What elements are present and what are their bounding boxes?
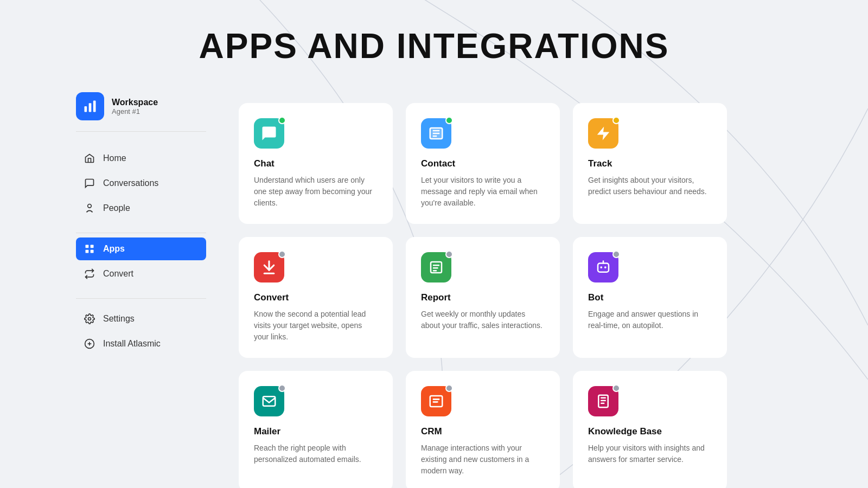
convert-icon [84,268,95,280]
track-icon-wrap [588,118,618,149]
svg-point-20 [604,266,607,268]
sidebar-label-people: People [103,203,130,213]
svg-rect-22 [263,396,276,406]
kb-status-dot [612,384,620,392]
svg-point-21 [603,261,604,262]
app-card-bot[interactable]: Bot Engage and answer questions in real-… [573,237,727,358]
contact-app-name: Contact [421,158,545,169]
sidebar-item-settings[interactable]: Settings [76,307,206,330]
crm-status-dot [445,384,453,392]
bot-icon-wrap [588,252,618,282]
chat-app-name: Chat [254,158,378,169]
kb-app-name: Knowledge Base [588,426,712,437]
track-app-desc: Get insights about your visitors, predic… [588,175,712,197]
app-card-chat[interactable]: Chat Understand which users are only one… [239,103,393,224]
mailer-app-name: Mailer [254,426,378,437]
svg-point-3 [88,204,92,208]
contact-status-dot [445,117,453,124]
apps-grid: Chat Understand which users are only one… [239,103,727,488]
sidebar-item-conversations[interactable]: Conversations [76,172,206,195]
contact-app-desc: Let your visitors to write you a message… [421,175,545,209]
sidebar-label-apps: Apps [103,244,125,254]
svg-rect-24 [433,399,440,400]
report-status-dot [445,251,453,258]
svg-rect-4 [86,245,89,248]
workspace-card[interactable]: Workspace Agent #1 [76,92,206,132]
sidebar-label-home: Home [103,153,126,163]
svg-rect-6 [86,250,89,253]
nav-section-main: Home Conversations People [76,147,206,220]
kb-app-desc: Help your visitors with insights and ans… [588,442,712,465]
svg-rect-25 [433,401,438,403]
app-card-knowledge-base[interactable]: Knowledge Base Help your visitors with i… [573,371,727,488]
svg-rect-7 [91,250,94,253]
chat-icon-wrap [254,118,284,149]
mailer-app-desc: Reach the right people with personalized… [254,442,378,465]
crm-app-name: CRM [421,426,545,437]
svg-rect-5 [91,245,94,248]
workspace-name: Workspace [112,98,158,107]
sidebar-item-apps[interactable]: Apps [76,237,206,260]
svg-point-19 [600,266,602,268]
mailer-status-dot [278,384,286,392]
app-card-mailer[interactable]: Mailer Reach the right people with perso… [239,371,393,488]
page-title: APPS AND INTEGRATIONS [199,26,669,66]
report-icon-wrap [421,252,451,282]
app-card-report[interactable]: Report Get weekly or monthly updates abo… [406,237,560,358]
convert-app-desc: Know the second a potential lead visits … [254,309,378,343]
app-card-contact[interactable]: Contact Let your visitors to write you a… [406,103,560,224]
sidebar-item-home[interactable]: Home [76,147,206,170]
convert-status-dot [278,251,286,258]
sidebar-item-people[interactable]: People [76,197,206,220]
settings-icon [84,313,95,325]
nav-section-apps: Apps Convert [76,237,206,285]
track-app-name: Track [588,158,712,169]
bot-app-desc: Engage and answer questions in real-time… [588,309,712,331]
app-card-crm[interactable]: CRM Manage interactions with your existi… [406,371,560,488]
nav-section-settings: Settings Install Atlasmic [76,307,206,355]
sidebar-label-install: Install Atlasmic [103,339,161,349]
contact-icon-wrap [421,118,451,149]
nav-divider-2 [76,298,206,299]
sidebar: Workspace Agent #1 Home Conversations [0,0,228,488]
convert-app-name: Convert [254,292,378,303]
svg-rect-18 [598,264,609,272]
app-card-track[interactable]: Track Get insights about your visitors, … [573,103,727,224]
home-icon [84,152,95,164]
nav-divider-1 [76,233,206,233]
apps-icon [84,243,95,255]
chat-status-dot [278,117,286,124]
crm-app-desc: Manage interactions with your existing a… [421,442,545,477]
sidebar-item-convert[interactable]: Convert [76,262,206,285]
svg-point-8 [88,318,91,320]
install-icon [84,338,95,350]
chat-app-desc: Understand which users are only one step… [254,175,378,209]
workspace-icon [76,92,104,120]
report-app-name: Report [421,292,545,303]
svg-rect-2 [93,101,96,112]
bot-app-name: Bot [588,292,712,303]
track-status-dot [612,117,620,124]
report-app-desc: Get weekly or monthly updates about your… [421,309,545,331]
sidebar-label-convert: Convert [103,269,133,279]
bot-status-dot [612,251,620,258]
svg-rect-1 [89,103,92,112]
sidebar-label-conversations: Conversations [103,178,158,188]
people-icon [84,202,95,214]
crm-icon-wrap [421,386,451,416]
svg-rect-0 [85,106,87,112]
conversations-icon [84,177,95,189]
workspace-agent: Agent #1 [112,107,158,115]
workspace-text: Workspace Agent #1 [112,98,158,115]
convert-icon-wrap [254,252,284,282]
app-card-convert[interactable]: Convert Know the second a potential lead… [239,237,393,358]
kb-icon-wrap [588,386,618,416]
sidebar-label-settings: Settings [103,314,135,324]
mailer-icon-wrap [254,386,284,416]
main-content: Chat Understand which users are only one… [228,92,868,488]
sidebar-item-install[interactable]: Install Atlasmic [76,332,206,355]
